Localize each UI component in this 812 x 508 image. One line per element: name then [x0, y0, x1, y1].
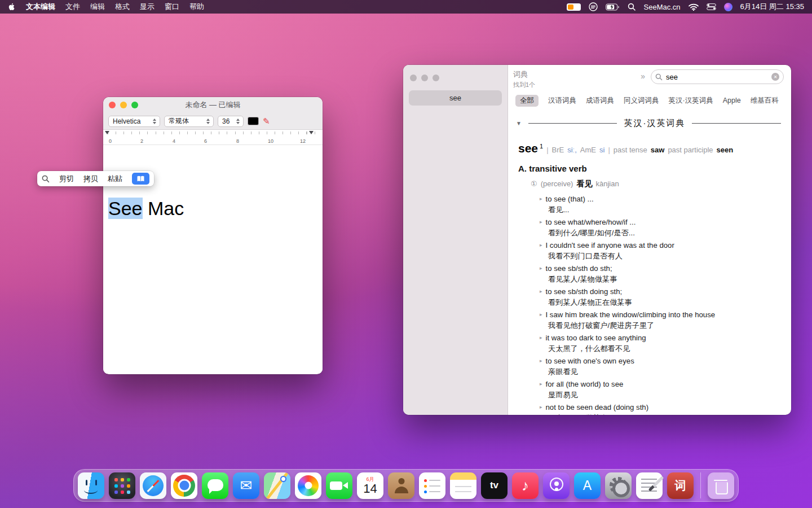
- minimize-button[interactable]: [421, 75, 428, 81]
- appstore-letter: A: [583, 478, 592, 493]
- paste-button[interactable]: 粘贴: [108, 174, 122, 184]
- example-chinese: 看到什么/哪里/如何/是否...: [548, 227, 781, 239]
- textedit-titlebar[interactable]: 未命名 — 已编辑: [103, 97, 323, 113]
- tab-apple[interactable]: Apple: [723, 97, 741, 104]
- zoom-button[interactable]: [131, 102, 138, 108]
- menu-bar: 文本编辑 文件 编辑 格式 显示 窗口 帮助 SeeMac.cn: [0, 0, 812, 14]
- dropdown-chevron-icon: [206, 118, 211, 125]
- menu-view[interactable]: 显示: [140, 2, 155, 12]
- dock-item-appstore[interactable]: A: [574, 472, 601, 499]
- headword-superscript: 1: [540, 143, 543, 150]
- example-english: not to be seen dead (doing sth): [546, 403, 649, 411]
- menubar-clock[interactable]: 6月14日 周二 15:35: [740, 2, 804, 12]
- zoom-button[interactable]: [433, 75, 439, 81]
- document-text: Mac: [143, 198, 184, 219]
- tab-chinese-dictionary[interactable]: 汉语词典: [548, 96, 576, 106]
- close-button[interactable]: [410, 75, 417, 81]
- part-of-speech: A. transitive verb: [518, 164, 781, 173]
- sense-pinyin: kànjian: [595, 179, 619, 188]
- menu-file[interactable]: 文件: [65, 2, 80, 12]
- copy-button[interactable]: 拷贝: [83, 174, 98, 184]
- clear-search-icon[interactable]: ✕: [771, 73, 779, 81]
- styles-pen-icon[interactable]: ✎: [263, 117, 270, 125]
- example-list: ▸to see (that) ...看见... ▸to see what/whe…: [540, 193, 781, 415]
- search-icon[interactable]: [42, 175, 50, 183]
- font-family-dropdown[interactable]: Helvetica: [108, 116, 160, 127]
- tab-thesaurus[interactable]: 同义词词典: [624, 96, 659, 106]
- dock-item-calendar[interactable]: 6月 14: [357, 472, 383, 499]
- bullet-icon: ▸: [540, 312, 542, 317]
- collapse-section-icon[interactable]: ▼: [516, 120, 522, 126]
- dock-item-photos[interactable]: [295, 472, 321, 499]
- dock-item-notes[interactable]: [450, 472, 476, 499]
- sidebar-item-see[interactable]: see: [409, 90, 502, 106]
- dock-separator: [700, 472, 701, 498]
- bullet-icon: ▸: [540, 288, 542, 294]
- dock-item-trash[interactable]: [708, 472, 734, 499]
- dock-item-system-preferences[interactable]: [605, 472, 632, 499]
- tab-english-chinese-dictionary[interactable]: 英汉·汉英词典: [669, 96, 713, 106]
- dock-item-textedit[interactable]: [636, 472, 663, 499]
- dock-item-dictionary[interactable]: 词: [667, 472, 694, 499]
- dictionary-search-field[interactable]: see ✕: [651, 69, 784, 84]
- sense-gloss: (perceive): [541, 179, 573, 188]
- siri-icon[interactable]: [724, 3, 732, 11]
- menu-window[interactable]: 窗口: [165, 2, 179, 12]
- spotlight-icon[interactable]: [628, 3, 636, 11]
- results-count: 找到1个: [513, 81, 535, 89]
- section-rule-right: [692, 123, 781, 124]
- minimize-button[interactable]: [120, 102, 127, 108]
- example-chinese: 死也不愿（做某事）: [548, 413, 781, 415]
- left-margin-marker[interactable]: [105, 131, 109, 134]
- font-style-dropdown[interactable]: 常规体: [164, 116, 214, 127]
- dock-item-reminders[interactable]: [419, 472, 445, 499]
- input-source-icon[interactable]: [589, 2, 598, 11]
- dock-item-mail[interactable]: ✉: [233, 472, 259, 499]
- bullet-icon: ▸: [540, 265, 542, 271]
- search-input-value[interactable]: see: [666, 73, 768, 81]
- dock-item-finder[interactable]: [78, 472, 104, 499]
- example-english: for all (the world) to see: [546, 380, 624, 388]
- dock-item-podcasts[interactable]: [543, 472, 570, 499]
- dictionary-scope-bar: 全部 汉语词典 成语词典 同义词词典 英汉·汉英词典 Apple 维基百科: [508, 92, 791, 109]
- tab-idiom-dictionary[interactable]: 成语词典: [586, 96, 614, 106]
- dock-item-safari[interactable]: [140, 472, 166, 499]
- menu-edit[interactable]: 编辑: [90, 2, 105, 12]
- apple-menu[interactable]: [8, 2, 16, 11]
- dock-item-facetime[interactable]: [326, 472, 352, 499]
- dock-item-launchpad[interactable]: [109, 472, 135, 499]
- right-margin-marker[interactable]: [309, 131, 314, 134]
- font-style-value: 常规体: [169, 116, 203, 126]
- tab-all[interactable]: 全部: [515, 95, 539, 107]
- dock-item-music[interactable]: ♪: [512, 472, 539, 499]
- overflow-chevron-icon[interactable]: »: [641, 72, 645, 81]
- ruler[interactable]: 0 2 4 6 8 10 12: [103, 130, 323, 145]
- font-size-dropdown[interactable]: 36: [218, 116, 244, 127]
- tab-wikipedia[interactable]: 维基百科: [751, 96, 779, 106]
- example-pair: ▸to see sb/sth doing sth;看到某人/某物正在做某事: [540, 286, 781, 308]
- app-menu-title[interactable]: 文本编辑: [26, 2, 55, 12]
- selected-text: See: [108, 198, 143, 219]
- dock-item-messages[interactable]: [202, 472, 228, 499]
- close-button[interactable]: [109, 102, 116, 108]
- dock-item-contacts[interactable]: [388, 472, 414, 499]
- bullet-icon: ▸: [540, 335, 542, 340]
- ruler-number: 10: [268, 138, 273, 144]
- status-pill-icon[interactable]: [567, 3, 581, 11]
- cut-button[interactable]: 剪切: [59, 174, 74, 184]
- desktop-wallpaper: 文本编辑 文件 编辑 格式 显示 窗口 帮助 SeeMac.cn: [0, 0, 812, 508]
- dock-item-chrome[interactable]: [171, 472, 197, 499]
- wifi-icon[interactable]: [689, 3, 699, 11]
- dock-item-maps[interactable]: [264, 472, 290, 499]
- lookup-button[interactable]: [132, 173, 149, 185]
- menu-help[interactable]: 帮助: [189, 2, 204, 12]
- menu-format[interactable]: 格式: [115, 2, 130, 12]
- battery-icon[interactable]: [606, 3, 620, 11]
- menubar-app-text[interactable]: SeeMac.cn: [644, 3, 681, 11]
- bullet-icon: ▸: [540, 219, 542, 225]
- text-color-well[interactable]: [248, 117, 259, 125]
- ruler-number: 8: [236, 138, 239, 144]
- bullet-icon: ▸: [540, 242, 542, 248]
- dock-item-appletv[interactable]: tv: [481, 472, 508, 499]
- control-center-icon[interactable]: [707, 3, 716, 10]
